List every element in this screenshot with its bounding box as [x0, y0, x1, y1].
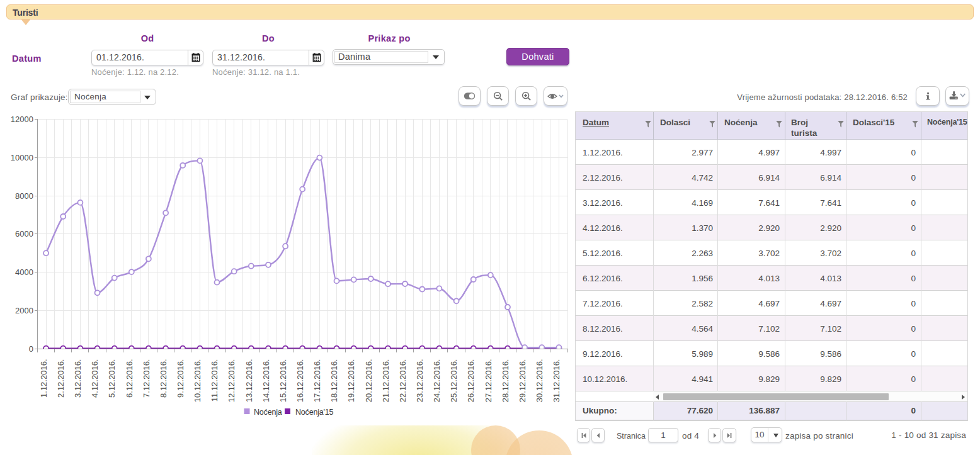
- svg-text:10000: 10000: [11, 153, 33, 162]
- svg-text:Noćenja: Noćenja: [254, 408, 282, 417]
- svg-text:12.12.2016.: 12.12.2016.: [227, 359, 236, 403]
- svg-text:16.12.2016.: 16.12.2016.: [295, 359, 305, 403]
- svg-text:4000: 4000: [15, 267, 33, 277]
- svg-text:13.12.2016.: 13.12.2016.: [244, 359, 254, 403]
- svg-text:19.12.2016.: 19.12.2016.: [346, 359, 356, 403]
- svg-text:20.12.2016.: 20.12.2016.: [364, 359, 373, 403]
- svg-text:15.12.2016.: 15.12.2016.: [278, 359, 288, 403]
- svg-text:31.12.2016.: 31.12.2016.: [552, 359, 561, 403]
- svg-text:0: 0: [29, 344, 33, 354]
- svg-text:24.12.2016.: 24.12.2016.: [432, 359, 442, 403]
- svg-text:2.12.2016.: 2.12.2016.: [56, 359, 66, 398]
- svg-text:8.12.2016.: 8.12.2016.: [159, 359, 168, 398]
- svg-text:9.12.2016.: 9.12.2016.: [176, 359, 185, 398]
- svg-text:14.12.2016.: 14.12.2016.: [261, 359, 271, 403]
- svg-text:25.12.2016.: 25.12.2016.: [449, 359, 459, 403]
- svg-text:6000: 6000: [15, 229, 33, 239]
- svg-text:30.12.2016.: 30.12.2016.: [535, 359, 544, 403]
- svg-text:3.12.2016.: 3.12.2016.: [73, 359, 83, 398]
- svg-text:6.12.2016.: 6.12.2016.: [125, 359, 134, 398]
- svg-text:17.12.2016.: 17.12.2016.: [312, 359, 322, 403]
- svg-text:1.12.2016.: 1.12.2016.: [39, 359, 48, 398]
- svg-text:Noćenja'15: Noćenja'15: [295, 408, 333, 417]
- svg-text:12000: 12000: [11, 115, 33, 124]
- svg-text:18.12.2016.: 18.12.2016.: [329, 359, 339, 403]
- svg-text:22.12.2016.: 22.12.2016.: [398, 359, 407, 403]
- svg-text:29.12.2016.: 29.12.2016.: [518, 359, 527, 403]
- svg-text:11.12.2016.: 11.12.2016.: [210, 359, 219, 402]
- svg-text:4.12.2016.: 4.12.2016.: [90, 359, 100, 398]
- svg-text:27.12.2016.: 27.12.2016.: [484, 359, 493, 403]
- svg-text:26.12.2016.: 26.12.2016.: [466, 359, 476, 403]
- svg-text:8000: 8000: [15, 191, 33, 201]
- svg-text:21.12.2016.: 21.12.2016.: [381, 359, 390, 403]
- svg-text:28.12.2016.: 28.12.2016.: [501, 359, 510, 403]
- svg-text:10.12.2016.: 10.12.2016.: [193, 359, 202, 403]
- svg-text:2000: 2000: [15, 306, 33, 315]
- svg-text:7.12.2016.: 7.12.2016.: [142, 359, 151, 398]
- svg-text:5.12.2016.: 5.12.2016.: [107, 359, 117, 398]
- svg-text:23.12.2016.: 23.12.2016.: [415, 359, 424, 403]
